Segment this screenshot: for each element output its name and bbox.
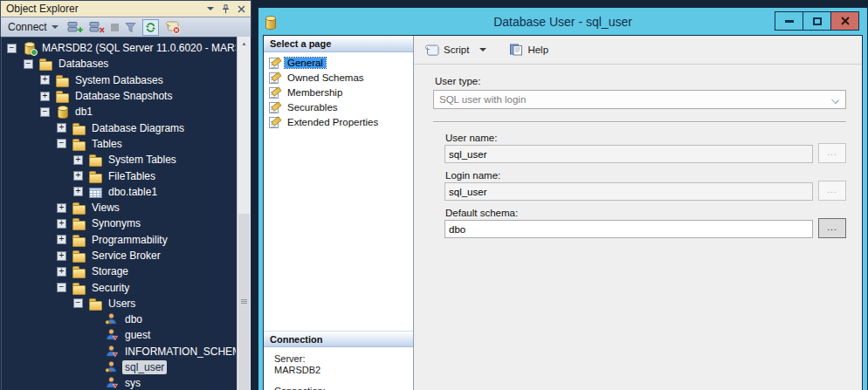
filter-icon[interactable] [125,22,136,33]
user-name-label: User name: [445,133,497,143]
tree-item-databases[interactable]: −Databases [2,56,236,72]
folder-icon [55,89,69,103]
expand-icon[interactable]: + [57,235,66,244]
tree-item-sql-user[interactable]: sql_user [2,359,236,375]
window-position-menu-icon[interactable] [207,7,214,10]
help-button[interactable]: Help [509,44,548,56]
expand-icon[interactable]: + [57,251,66,261]
collapse-icon[interactable]: − [7,44,17,53]
tree-item-tables[interactable]: −Tables [2,136,236,152]
folder-icon [72,201,86,215]
object-explorer-title: Object Explorer [6,3,207,15]
default-schema-input[interactable] [444,220,813,238]
page-item-label: Owned Schemas [285,72,367,83]
expand-icon[interactable]: + [57,267,66,277]
tree-item-label: Security [89,281,132,295]
tree-item-system-databases[interactable]: +System Databases [2,72,236,88]
folder-icon [72,249,86,263]
tree-item-programmability[interactable]: +Programmability [2,232,236,248]
tree-item-db1[interactable]: −db1 [2,104,236,120]
tree-item-synonyms[interactable]: +Synonyms [2,216,236,231]
tree-item-label: Tables [89,137,125,151]
page-icon [268,101,281,113]
tree-item-label: Storage [89,264,131,278]
chevron-down-icon [831,96,839,104]
minimize-icon [785,20,794,23]
folder-icon [55,73,69,87]
select-a-page-panel: Select a page GeneralOwned SchemasMember… [264,36,414,390]
disable-autoscript-icon[interactable] [165,21,181,34]
folder-icon [72,137,86,151]
tree-item-information-schem[interactable]: INFORMATION_SCHEM [2,344,236,359]
expand-icon[interactable]: + [57,219,66,229]
dialog-titlebar[interactable]: Database User - sql_user [258,8,867,35]
page-item-securables[interactable]: Securables [264,99,413,114]
tree-item-guest[interactable]: guest [2,327,236,343]
expand-icon[interactable]: + [40,92,50,101]
tree-item-database-snapshots[interactable]: +Database Snapshots [2,88,236,104]
page-item-general[interactable]: General [264,55,413,70]
default-schema-browse-button[interactable]: ... [818,218,846,238]
tree-item-filetables[interactable]: +FileTables [2,168,236,183]
expand-icon[interactable]: + [73,171,83,181]
scroll-up-icon[interactable]: ▲ [238,37,251,50]
tree-item-storage[interactable]: +Storage [2,263,236,279]
collapse-icon[interactable]: − [57,139,66,148]
tree-item-label: sys [122,376,143,390]
tree-item-users[interactable]: −Users [2,296,236,311]
maximize-button[interactable] [803,11,831,31]
expand-icon[interactable]: + [57,123,66,133]
minimize-button[interactable] [775,11,803,31]
server-value: MARSDB2 [274,365,326,376]
connect-server-icon[interactable] [67,21,83,34]
connection-info: Server: MARSDB2 Connection: [274,353,326,390]
expand-icon[interactable]: + [40,75,50,85]
tree-item-views[interactable]: +Views [2,200,236,216]
folder-icon [72,281,86,295]
script-dropdown-icon[interactable] [479,48,486,51]
page-item-owned-schemas[interactable]: Owned Schemas [264,70,413,85]
tree-item-marsdb2-sql-server-11-0-6020-marsd[interactable]: −MARSDB2 (SQL Server 11.0.6020 - MARSD [2,40,236,56]
pin-icon[interactable] [222,4,230,14]
refresh-icon[interactable] [142,19,159,36]
script-button[interactable]: Script [424,44,469,56]
tree-item-service-broker[interactable]: +Service Broker [2,248,236,263]
expand-icon[interactable]: + [57,203,66,213]
tree-item-dbo-table1[interactable]: +dbo.table1 [2,184,236,200]
tree-item-security[interactable]: −Security [2,279,236,295]
script-label: Script [444,44,469,55]
folder-icon [72,216,86,230]
connect-button[interactable]: Connect [5,20,61,34]
disconnect-server-icon[interactable] [89,21,105,34]
tree-item-system-tables[interactable]: +System Tables [2,152,236,168]
scrollbar-thumb[interactable] [238,214,250,390]
collapse-icon[interactable]: − [24,59,33,69]
collapse-icon[interactable]: − [73,298,83,308]
tree-item-dbo[interactable]: dbo [2,311,236,327]
database-user-dialog: Database User - sql_user Select a page G… [258,7,868,390]
tree-item-database-diagrams[interactable]: +Database Diagrams [2,120,236,135]
collapse-icon[interactable]: − [40,107,50,117]
tree-scrollbar[interactable]: ▲ [237,37,251,390]
tree-item-label: Service Broker [89,249,163,263]
page-item-extended-properties[interactable]: Extended Properties [264,114,413,129]
tree-item-sys[interactable]: sys [2,375,236,390]
object-explorer-titlebar: Object Explorer [0,0,251,17]
expand-icon[interactable]: + [73,187,83,196]
collapse-icon[interactable]: − [57,283,66,292]
page-item-membership[interactable]: Membership [264,85,413,99]
general-form: User type: SQL user with login User name… [414,65,862,390]
page-item-label: Extended Properties [285,117,381,127]
expand-icon[interactable]: + [73,155,83,165]
tree-item-label: Databases [56,57,111,71]
scrollbar-track[interactable] [238,50,251,390]
close-button[interactable] [830,11,859,31]
close-icon[interactable] [238,5,245,13]
database-icon [265,15,276,29]
help-icon [509,44,523,56]
connect-label: Connect [8,21,47,33]
tree-item-label: Users [106,297,138,311]
user-name-browse-button: ... [818,143,846,163]
table-icon [88,185,102,199]
dialog-toolbar: Script Help [414,36,862,65]
